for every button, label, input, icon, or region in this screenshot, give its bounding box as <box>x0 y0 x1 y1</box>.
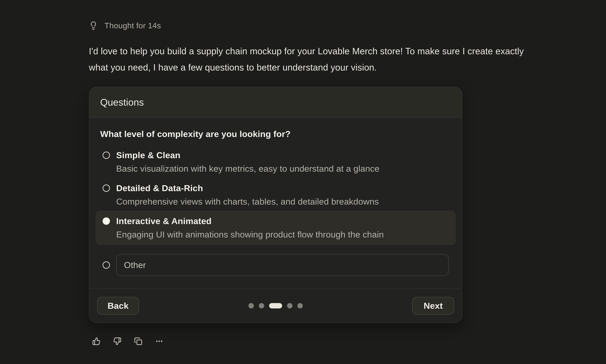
next-button[interactable]: Next <box>412 297 454 315</box>
thought-header[interactable]: Thought for 14s <box>89 21 606 30</box>
pagination-dot <box>287 303 293 309</box>
card-title: Questions <box>100 97 144 108</box>
pagination-dot <box>259 303 264 309</box>
option-title: Detailed & Data-Rich <box>116 181 379 195</box>
option-title: Simple & Clean <box>116 148 379 162</box>
question-text: What level of complexity are you looking… <box>100 129 456 139</box>
option-row-interactive-animated[interactable]: Interactive & Animated Engaging UI with … <box>95 210 456 245</box>
thumbs-up-icon <box>92 337 100 345</box>
more-options-button[interactable] <box>155 337 163 345</box>
other-input[interactable] <box>116 254 449 276</box>
option-description: Basic visualization with key metrics, ea… <box>116 162 379 175</box>
option-title: Interactive & Animated <box>116 214 384 228</box>
pagination-dot <box>248 303 254 309</box>
pagination-dot <box>297 303 303 309</box>
radio-selected-icon[interactable] <box>103 217 110 225</box>
back-button[interactable]: Back <box>97 297 139 315</box>
card-body: What level of complexity are you looking… <box>89 117 462 288</box>
assistant-message-text: I'd love to help you build a supply chai… <box>89 43 540 76</box>
radio-unselected-icon[interactable] <box>103 152 110 159</box>
option-description: Comprehensive views with charts, tables,… <box>116 195 379 208</box>
message-actions-bar <box>92 337 606 345</box>
option-description: Engaging UI with animations showing prod… <box>116 228 384 241</box>
pagination-dot-active <box>269 303 282 309</box>
thumbs-up-button[interactable] <box>92 337 100 345</box>
ellipsis-icon <box>155 337 163 345</box>
lightbulb-icon <box>89 21 98 30</box>
card-footer: Back Next <box>89 288 462 323</box>
options-list: Simple & Clean Basic visualization with … <box>95 148 456 276</box>
option-row-detailed-data-rich[interactable]: Detailed & Data-Rich Comprehensive views… <box>95 181 456 208</box>
thought-label: Thought for 14s <box>104 21 161 30</box>
copy-button[interactable] <box>134 337 142 345</box>
radio-unselected-icon[interactable] <box>103 261 110 269</box>
chat-page: Thought for 14s I'd love to help you bui… <box>0 0 606 364</box>
radio-unselected-icon[interactable] <box>103 184 110 192</box>
pagination-dots <box>248 303 303 309</box>
questions-card: Questions What level of complexity are y… <box>89 87 462 323</box>
thumbs-down-button[interactable] <box>113 337 121 345</box>
thumbs-down-icon <box>113 337 121 345</box>
copy-icon <box>134 337 142 345</box>
card-header: Questions <box>89 87 462 117</box>
option-row-other[interactable] <box>95 254 456 276</box>
option-row-simple-clean[interactable]: Simple & Clean Basic visualization with … <box>95 148 456 175</box>
